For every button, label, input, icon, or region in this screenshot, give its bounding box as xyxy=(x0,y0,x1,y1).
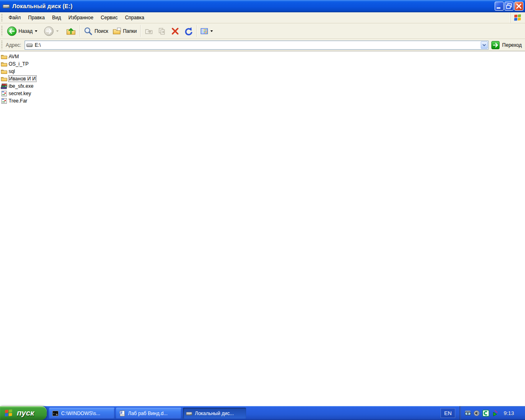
restore-icon xyxy=(505,2,513,10)
folder-icon xyxy=(1,75,7,82)
menu-view[interactable]: Вид xyxy=(48,12,65,23)
menu-file[interactable]: Файл xyxy=(5,12,25,23)
folders-button[interactable]: Папки xyxy=(110,25,139,38)
goggles-icon[interactable] xyxy=(464,410,471,417)
disk-icon xyxy=(2,2,10,10)
taskbar-task-console[interactable]: C:\WINDOWS\s... xyxy=(49,408,114,419)
windows-logo xyxy=(510,12,525,23)
search-icon xyxy=(84,27,93,36)
disk-icon xyxy=(26,42,33,48)
window-controls xyxy=(495,2,523,11)
search-button[interactable]: Поиск xyxy=(82,25,110,38)
menu-help[interactable]: Справка xyxy=(121,12,148,23)
go-arrow-icon xyxy=(491,41,500,49)
delete-button[interactable] xyxy=(169,25,182,38)
window-title: Локальный диск (E:) xyxy=(12,3,73,9)
address-dropdown-button[interactable] xyxy=(481,41,488,49)
address-value: E:\ xyxy=(35,42,41,48)
language-indicator[interactable]: EN xyxy=(441,408,455,418)
move-to-icon xyxy=(144,27,153,36)
volume-icon[interactable] xyxy=(473,410,480,417)
minimize-button[interactable] xyxy=(495,2,504,11)
minimize-icon xyxy=(495,2,503,10)
close-icon xyxy=(515,2,523,10)
address-combobox[interactable]: E:\ xyxy=(25,41,489,50)
start-button[interactable]: пуск xyxy=(0,406,47,420)
go-button[interactable]: Переход xyxy=(491,41,525,49)
copy-to-button xyxy=(155,25,169,38)
folders-icon xyxy=(112,27,121,36)
addressbar-grip[interactable] xyxy=(1,41,2,49)
start-label: пуск xyxy=(17,409,38,418)
windows-flag-icon xyxy=(514,13,523,22)
list-item[interactable]: ibe_sfx.exe xyxy=(0,82,525,90)
menu-tools[interactable]: Сервис xyxy=(97,12,121,23)
restore-button[interactable] xyxy=(504,2,514,11)
views-icon xyxy=(201,27,208,35)
back-label: Назад xyxy=(18,28,32,34)
file-name: Tree.Far xyxy=(9,98,27,104)
file-list-view[interactable]: AVM OS_i_TP sql Иванов И И ibe_sfx.exe s… xyxy=(0,51,525,406)
rar-sfx-icon xyxy=(1,83,7,89)
list-item[interactable]: Tree.Far xyxy=(0,97,525,105)
up-icon xyxy=(66,26,76,36)
file-name: AVM xyxy=(9,54,19,59)
menu-favorites[interactable]: Избранное xyxy=(65,12,97,23)
taskbar-task-word[interactable]: Лаб раб Винд.d... xyxy=(116,408,181,419)
console-icon xyxy=(52,410,59,417)
list-item[interactable]: OS_i_TP xyxy=(0,60,525,68)
list-item[interactable]: Иванов И И xyxy=(0,75,525,82)
menubar-grip[interactable] xyxy=(1,14,2,21)
undo-icon xyxy=(184,27,193,36)
address-label: Адрес: xyxy=(5,42,25,48)
back-icon xyxy=(7,26,17,36)
file-icon xyxy=(1,90,7,97)
up-button[interactable] xyxy=(64,25,78,38)
undo-button[interactable] xyxy=(182,25,195,38)
views-dropdown-icon xyxy=(210,30,213,32)
file-name: OS_i_TP xyxy=(9,61,29,67)
search-label: Поиск xyxy=(94,28,108,34)
go-label: Переход xyxy=(502,42,522,48)
folder-icon xyxy=(1,61,7,67)
file-name: ibe_sfx.exe xyxy=(9,83,34,89)
move-to-button xyxy=(142,25,155,38)
green-app-icon[interactable] xyxy=(482,410,489,417)
folder-icon xyxy=(1,53,7,60)
taskbar-task-explorer[interactable]: Локальный дис... xyxy=(183,408,246,419)
menu-bar: Файл Правка Вид Избранное Сервис Справка xyxy=(0,12,525,23)
windows-flag-icon xyxy=(4,408,14,418)
views-button[interactable] xyxy=(199,25,215,38)
folders-label: Папки xyxy=(123,28,137,34)
list-item[interactable]: secret.key xyxy=(0,90,525,97)
menu-edit[interactable]: Правка xyxy=(25,12,49,23)
launcher-icon[interactable] xyxy=(491,410,498,417)
address-bar: Адрес: E:\ Переход xyxy=(0,39,525,51)
close-button[interactable] xyxy=(514,2,523,11)
system-tray: 9:13 xyxy=(459,406,525,420)
list-item[interactable]: sql xyxy=(0,68,525,75)
toolbar-separator xyxy=(196,25,197,37)
back-button[interactable]: Назад xyxy=(5,25,39,38)
taskbar: пуск C:\WINDOWS\s... Лаб раб Винд.d... Л… xyxy=(0,406,525,420)
task-label: C:\WINDOWS\s... xyxy=(61,411,100,416)
forward-dropdown-icon xyxy=(56,30,59,32)
file-name-focused: Иванов И И xyxy=(9,76,36,82)
forward-button[interactable] xyxy=(42,25,61,38)
file-name: secret.key xyxy=(9,91,31,96)
toolbar: Назад Поиск Папки xyxy=(0,23,525,39)
toolbar-separator xyxy=(140,25,141,37)
task-label: Локальный дис... xyxy=(195,411,234,416)
chevron-down-icon xyxy=(482,44,486,46)
delete-icon xyxy=(171,27,180,36)
forward-icon xyxy=(44,26,54,36)
list-item[interactable]: AVM xyxy=(0,53,525,60)
task-label: Лаб раб Винд.d... xyxy=(128,411,168,416)
disk-icon xyxy=(186,410,192,417)
word-icon xyxy=(119,410,126,417)
toolbar-grip[interactable] xyxy=(1,26,2,37)
toolbar-separator xyxy=(80,25,80,37)
file-list: AVM OS_i_TP sql Иванов И И ibe_sfx.exe s… xyxy=(0,51,525,105)
file-icon xyxy=(1,98,7,104)
clock[interactable]: 9:13 xyxy=(504,410,514,416)
